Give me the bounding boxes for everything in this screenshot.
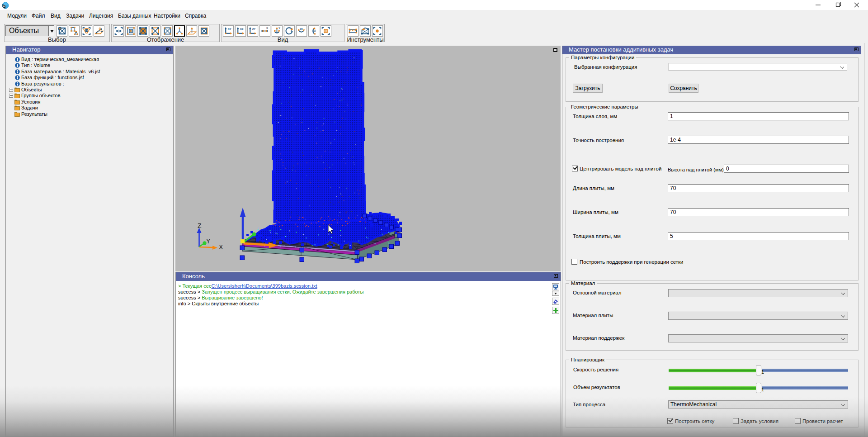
svg-text:90: 90: [300, 28, 302, 30]
svg-text:90: 90: [313, 30, 316, 33]
svg-text:Z: Z: [198, 222, 202, 229]
svg-text:z: z: [291, 29, 292, 32]
svg-text:ZY: ZY: [252, 27, 256, 30]
svg-text:X: X: [219, 243, 223, 251]
svg-text:Y: Y: [206, 238, 211, 245]
svg-text:Y: Y: [278, 26, 280, 29]
svg-text:XY: XY: [228, 27, 231, 30]
svg-text:X: X: [266, 26, 269, 29]
svg-text:XZ: XZ: [240, 27, 244, 30]
